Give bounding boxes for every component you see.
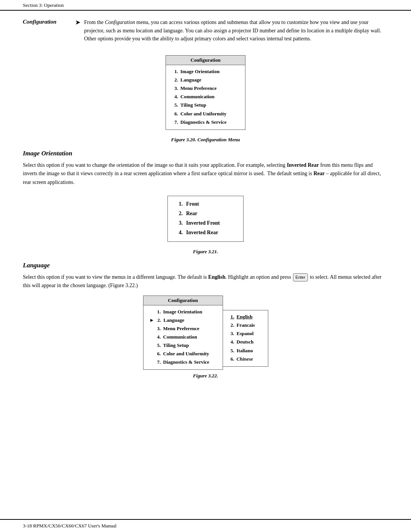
- list-item: 7.Diagnostics & Service: [172, 118, 239, 126]
- language-menu-wrap: Configuration 1.Image Orientation ► 2.La…: [23, 296, 388, 370]
- language-submenu-table: 1.English 2.Francais 3.Espanol 4.Deutsch…: [223, 310, 268, 367]
- configuration-intro: Configuration ➤ From the Configuration m…: [23, 18, 388, 43]
- configuration-label: Configuration: [23, 19, 72, 25]
- list-item: 5.Tiling Setup: [150, 341, 217, 350]
- language-config-body: 1.Image Orientation ► 2.Language 3.Menu …: [143, 305, 223, 370]
- language-heading: Language: [23, 262, 388, 269]
- list-item: 3.Espanol: [228, 329, 263, 338]
- config-menu-figure: Configuration 1.Image Orientation 2.Lang…: [23, 50, 388, 143]
- list-item: 2.Language: [172, 76, 239, 84]
- config-figure-caption: Figure 3.20. Configuration Menu: [23, 137, 388, 143]
- language-submenu-list: 1.English 2.Francais 3.Espanol 4.Deutsch…: [223, 310, 268, 366]
- list-item-active: ► 2.Language: [150, 316, 217, 324]
- language-text: Select this option if you want to view t…: [23, 273, 388, 290]
- footer-text: 3-18 RPMX/CX50/CX60/CX67 User's Manual: [23, 523, 116, 529]
- list-item: 2.Rear: [175, 209, 236, 218]
- orientation-figure-caption: Figure 3.21.: [23, 249, 388, 255]
- orientation-list: 1.Front 2.Rear 3.Inverted Front 4.Invert…: [175, 199, 236, 238]
- list-item: 1.Image Orientation: [150, 308, 217, 316]
- orientation-figure: 1.Front 2.Rear 3.Inverted Front 4.Invert…: [23, 190, 388, 255]
- list-item: 1.English: [228, 313, 263, 321]
- list-item: 3.Menu Preference: [172, 84, 239, 93]
- orientation-box: 1.Front 2.Rear 3.Inverted Front 4.Invert…: [167, 196, 244, 242]
- list-item: 1.Image Orientation: [172, 67, 239, 76]
- list-item: 2.Francais: [228, 321, 263, 329]
- list-item: 3.Menu Preference: [150, 324, 217, 333]
- language-config-table: Configuration 1.Image Orientation ► 2.La…: [143, 296, 223, 370]
- list-item: 3.Inverted Front: [175, 218, 236, 228]
- language-section: Language Select this option if you want …: [23, 262, 388, 379]
- main-content: Configuration ➤ From the Configuration m…: [0, 11, 411, 409]
- image-orientation-section: Image Orientation Select this option if …: [23, 150, 388, 255]
- list-item: 7.Diagnostics & Service: [150, 358, 217, 366]
- list-item: 4.Inverted Rear: [175, 228, 236, 237]
- list-item: 5.Italiano: [228, 347, 263, 355]
- list-item: 6.Color and Uniformity: [150, 350, 217, 358]
- language-figure: Configuration 1.Image Orientation ► 2.La…: [23, 296, 388, 379]
- arrow-icon: ➤: [75, 19, 80, 26]
- language-config-list: 1.Image Orientation ► 2.Language 3.Menu …: [150, 308, 217, 367]
- page-footer: 3-18 RPMX/CX50/CX60/CX67 User's Manual: [0, 519, 411, 532]
- config-menu-table: Configuration 1.Image Orientation 2.Lang…: [166, 55, 245, 130]
- header-text: Section 3: Operation: [23, 2, 64, 8]
- list-item: 4.Communication: [150, 333, 217, 341]
- config-menu-body: 1.Image Orientation 2.Language 3.Menu Pr…: [166, 65, 245, 129]
- list-item: 5.Tiling Setup: [172, 101, 239, 109]
- configuration-description: From the Configuration menu, you can acc…: [84, 18, 388, 43]
- page-header: Section 3: Operation: [0, 0, 411, 11]
- list-item: 4.Deutsch: [228, 338, 263, 346]
- image-orientation-text: Select this option if you want to change…: [23, 161, 388, 187]
- language-config-header: Configuration: [143, 296, 223, 305]
- language-figure-caption: Figure 3.22.: [23, 373, 388, 379]
- list-item: 6.Chinese: [228, 355, 263, 363]
- enter-badge: Enter: [293, 273, 307, 282]
- list-item: 4.Communication: [172, 93, 239, 101]
- config-menu-header: Configuration: [166, 56, 245, 65]
- page-wrapper: Section 3: Operation Configuration ➤ Fro…: [0, 0, 411, 532]
- list-item: 1.Front: [175, 199, 236, 209]
- image-orientation-heading: Image Orientation: [23, 150, 388, 157]
- config-menu-list: 1.Image Orientation 2.Language 3.Menu Pr…: [172, 67, 239, 126]
- list-item: 6.Color and Uniformity: [172, 110, 239, 118]
